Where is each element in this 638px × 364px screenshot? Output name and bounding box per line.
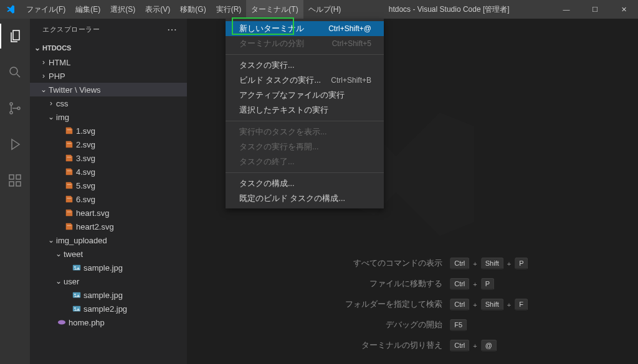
sidebar: エクスプローラー ⋯ HTDOCS HTMLPHPTwitter \ Views… (30, 19, 187, 364)
key-badge: F5 (450, 319, 467, 331)
tree-folder[interactable]: HTML (30, 55, 187, 69)
tree-file[interactable]: sample2.jpg (30, 302, 187, 315)
svg-rect-6 (16, 182, 21, 186)
shortcut-label: ファイルに移動する (318, 279, 442, 289)
chevron-down-icon (39, 85, 49, 94)
source-control-icon[interactable] (0, 96, 30, 121)
shortcut-label: Ctrl+Shift+@ (328, 24, 371, 33)
tree-file[interactable]: 3.svg (30, 151, 187, 165)
shortcut-label: すべてのコマンドの表示 (318, 258, 442, 269)
menu-item[interactable]: 選択したテキストの実行 (226, 103, 384, 118)
key-badge: P (481, 278, 494, 290)
tree-file[interactable]: heart2.svg (30, 220, 187, 233)
svg-rect-12 (67, 184, 72, 185)
file-icon (64, 167, 75, 176)
svg-point-22 (58, 320, 65, 325)
shortcut-label: Ctrl+Shift+B (331, 76, 371, 85)
menu-item[interactable]: タスクの実行... (226, 58, 384, 73)
svg-rect-10 (67, 157, 72, 157)
shortcut-row: フォルダーを指定して検索Ctrl+Shift+F (318, 299, 528, 310)
key-badge: P (515, 258, 528, 269)
chevron-down-icon (46, 236, 56, 245)
window-title: htdocs - Visual Studio Code [管理者] (346, 4, 552, 15)
title-bar: ファイル(F)編集(E)選択(S)表示(V)移動(G)実行(R)ターミナル(T)… (0, 0, 638, 19)
svg-point-0 (10, 67, 17, 75)
sidebar-header: エクスプローラー ⋯ (30, 19, 187, 40)
menu-item[interactable]: アクティブなファイルの実行 (226, 88, 384, 103)
svg-rect-8 (67, 129, 72, 130)
maximize-button[interactable]: ☐ (581, 0, 609, 19)
svg-rect-11 (67, 170, 72, 171)
svg-rect-15 (67, 225, 72, 226)
tree-file[interactable]: 4.svg (30, 165, 187, 179)
shortcut-row: ターミナルの切り替えCtrl+@ (318, 340, 528, 352)
tree-folder[interactable]: css (30, 96, 187, 110)
tree-root[interactable]: HTDOCS (30, 40, 187, 55)
menu-item[interactable]: ヘルプ(H) (303, 0, 346, 19)
file-icon (71, 291, 82, 299)
tree-file[interactable]: sample.jpg (30, 288, 187, 302)
menu-item[interactable]: 既定のビルド タスクの構成... (226, 191, 384, 206)
svg-rect-4 (9, 175, 14, 179)
svg-rect-14 (67, 212, 72, 212)
svg-point-21 (74, 307, 75, 309)
svg-rect-9 (67, 143, 72, 144)
menu-item[interactable]: タスクの構成... (226, 176, 384, 191)
sidebar-title: エクスプローラー (42, 25, 100, 34)
svg-point-1 (10, 103, 12, 105)
shortcut-row: デバッグの開始F5 (318, 319, 528, 331)
menu-item[interactable]: ファイル(F) (21, 0, 70, 19)
tree-folder[interactable]: tweet (30, 247, 187, 261)
close-button[interactable]: ✕ (609, 0, 638, 19)
key-badge: Ctrl (450, 299, 469, 310)
tree-file[interactable]: 2.svg (30, 138, 187, 151)
tree-file[interactable]: 6.svg (30, 192, 187, 206)
menu-item[interactable]: 移動(G) (175, 0, 211, 19)
file-icon (64, 140, 75, 149)
chevron-down-icon (46, 113, 56, 121)
tree-file[interactable]: 1.svg (30, 124, 187, 138)
menu-item[interactable]: 選択(S) (105, 0, 140, 19)
extensions-icon[interactable] (0, 168, 30, 193)
key-badge: Ctrl (450, 340, 469, 352)
shortcut-row: すべてのコマンドの表示Ctrl+Shift+P (318, 258, 528, 269)
tree-folder[interactable]: PHP (30, 69, 187, 83)
tree-folder[interactable]: user (30, 274, 187, 288)
tree-file[interactable]: sample.jpg (30, 261, 187, 274)
tree-folder[interactable]: img_uploaded (30, 233, 187, 247)
menu-separator (226, 121, 384, 121)
svg-point-17 (74, 266, 75, 268)
more-actions-icon[interactable]: ⋯ (167, 27, 177, 33)
shortcut-label: ターミナルの切り替え (318, 340, 442, 351)
tree-file[interactable]: home.php (30, 315, 187, 329)
svg-rect-7 (16, 175, 21, 179)
run-debug-icon[interactable] (0, 132, 30, 157)
menu-separator (226, 54, 384, 55)
tree-file[interactable]: 5.svg (30, 179, 187, 192)
menu-item[interactable]: 新しいターミナルCtrl+Shift+@ (226, 21, 384, 36)
explorer-icon[interactable] (0, 24, 30, 49)
file-icon (64, 208, 75, 217)
minimize-button[interactable]: — (552, 0, 581, 19)
menu-item[interactable]: 編集(E) (70, 0, 105, 19)
file-tree: HTDOCS HTMLPHPTwitter \ Viewscssimg1.svg… (30, 40, 187, 329)
tree-folder[interactable]: img (30, 110, 187, 124)
search-icon[interactable] (0, 60, 30, 85)
file-icon (64, 181, 75, 190)
chevron-down-icon (32, 44, 42, 52)
tree-file[interactable]: heart.svg (30, 206, 187, 220)
menu-item[interactable]: 表示(V) (140, 0, 175, 19)
shortcut-label: デバッグの開始 (318, 320, 442, 330)
chevron-down-icon (54, 277, 64, 286)
menu-item[interactable]: ターミナル(T) (246, 0, 303, 19)
key-badge: @ (481, 340, 497, 352)
tree-folder[interactable]: Twitter \ Views (30, 83, 187, 96)
chevron-right-icon (39, 58, 49, 67)
file-icon (56, 318, 67, 327)
activity-bar (0, 19, 30, 364)
key-badge: Ctrl (450, 258, 469, 269)
editor-area: すべてのコマンドの表示Ctrl+Shift+Pファイルに移動するCtrl+Pフォ… (187, 19, 638, 364)
menu-item[interactable]: 実行(R) (211, 0, 247, 19)
menu-item[interactable]: ビルド タスクの実行...Ctrl+Shift+B (226, 73, 384, 88)
chevron-down-icon (54, 250, 64, 258)
